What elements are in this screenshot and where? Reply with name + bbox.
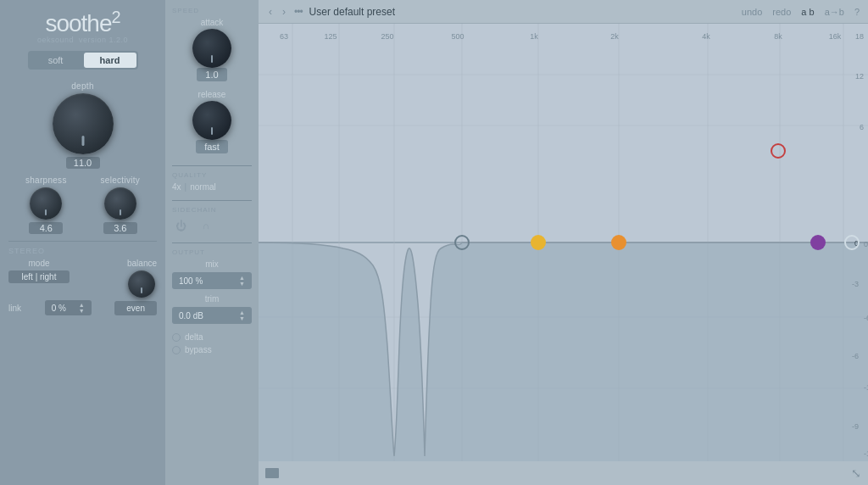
selectivity-section: selectivity 3.6 [100,176,140,234]
release-knob[interactable] [192,101,231,140]
svg-text:63: 63 [280,32,288,41]
svg-text:4k: 4k [702,32,710,41]
eq-svg: 63 125 250 500 1k 2k 4k 8k 16k 18 12 6 0… [259,24,868,461]
svg-text:500: 500 [451,32,464,41]
quality-mode[interactable]: normal [190,182,216,192]
app-name: soothe [45,10,111,36]
eq-bottom-bar: ⤡ [259,461,868,485]
svg-text:-9: -9 [852,422,859,431]
svg-point-40 [845,236,859,249]
svg-point-36 [531,235,546,250]
svg-text:-18: -18 [864,449,868,458]
atob-button[interactable]: a→b [825,7,844,17]
stereo-section: STEREO mode left | right balance link 0 … [8,241,157,315]
mix-label: mix [172,259,252,269]
nav-next-button[interactable]: › [281,6,287,18]
balance-col: balance [127,259,157,298]
stereo-controls-row: mode left | right balance [8,259,157,298]
divider-1 [172,165,252,166]
trim-spinner[interactable]: ▲ ▼ [239,309,245,321]
output-section-label: OUTPUT [172,248,252,256]
mode-select[interactable]: left | right [8,270,70,283]
release-section: release fast [172,90,252,157]
balance-knob[interactable] [128,270,155,298]
eq-header: ‹ › ••• User default preset undo redo a … [259,0,868,24]
attack-knob[interactable] [192,29,231,68]
svg-text:6: 6 [860,123,864,131]
nav-prev-button[interactable]: ‹ [267,6,274,18]
eq-canvas[interactable]: 63 125 250 500 1k 2k 4k 8k 16k 18 12 6 0… [259,24,868,461]
svg-point-35 [455,236,469,249]
svg-point-37 [611,235,626,250]
left-panel: soothe2 oeksound version 1.2.0 soft hard… [0,0,165,485]
quality-value[interactable]: 4x [172,182,181,192]
svg-text:8k: 8k [774,32,782,41]
soft-button[interactable]: soft [30,53,82,68]
preset-name: User default preset [309,6,735,18]
trim-value[interactable]: 0.0 dB ▲ ▼ [172,307,252,324]
sharpness-section: sharpness 4.6 [25,176,67,234]
link-value[interactable]: 0 % ▲ ▼ [45,300,92,315]
attack-value[interactable]: 1.0 [197,68,226,81]
svg-text:-6: -6 [852,352,859,360]
svg-point-39 [810,235,826,250]
bypass-row[interactable]: bypass [172,345,252,354]
svg-text:-3: -3 [852,280,859,288]
quality-sep: | [185,182,187,192]
even-button[interactable]: even [114,301,157,315]
svg-point-38 [771,144,785,158]
header-actions: undo redo a b a→b ? [742,7,860,17]
redo-button[interactable]: redo [772,7,791,17]
selectivity-value[interactable]: 3.6 [103,222,137,234]
svg-text:2k: 2k [610,32,619,41]
balance-col-label: balance [127,259,157,268]
brand-version: oeksound version 1.2.0 [8,36,157,44]
sharpness-knob[interactable] [30,187,62,220]
dots-menu-button[interactable]: ••• [294,6,303,18]
resize-icon[interactable]: ⤡ [851,466,861,480]
svg-text:12: 12 [855,72,864,81]
view-toggle-button[interactable] [265,468,279,478]
eq-panel: ‹ › ••• User default preset undo redo a … [259,0,868,485]
speed-section-label: SPEED [172,7,252,14]
ab-button[interactable]: a b [801,7,814,17]
quality-row: 4x | normal [172,182,252,192]
depth-section: depth 11.0 [8,81,157,169]
svg-text:250: 250 [381,32,393,41]
selectivity-knob[interactable] [104,187,136,220]
depth-knob[interactable] [53,93,114,154]
svg-text:0: 0 [864,240,868,248]
release-value[interactable]: fast [196,140,228,153]
help-button[interactable]: ? [854,7,860,17]
stereo-section-label: STEREO [8,247,157,255]
logo-area: soothe2 oeksound version 1.2.0 [8,8,157,44]
mode-buttons: soft hard [28,51,138,70]
sharpness-value[interactable]: 4.6 [29,222,63,234]
delta-row[interactable]: delta [172,332,252,342]
svg-text:-6: -6 [864,314,868,322]
delta-radio[interactable] [172,333,181,342]
sidechain-headphones-icon[interactable]: ∩ [198,217,214,234]
svg-text:125: 125 [324,32,337,41]
link-spinner[interactable]: ▲ ▼ [79,302,85,314]
attack-label: attack [201,18,224,27]
hard-button[interactable]: hard [84,53,136,68]
mode-col: mode left | right [8,259,70,283]
attack-section: attack 1.0 [172,18,252,85]
quality-section-label: QUALITY [172,171,252,179]
app-logo: soothe2 [8,8,157,36]
svg-text:18: 18 [855,32,864,41]
selectivity-label: selectivity [100,176,140,185]
mix-field: mix 100 % ▲ ▼ [172,259,252,289]
svg-text:-12: -12 [864,383,868,392]
link-row: link 0 % ▲ ▼ even [8,300,157,315]
sidechain-power-icon[interactable]: ⏻ [172,217,189,234]
delta-label: delta [185,332,203,342]
depth-value[interactable]: 11.0 [66,157,100,169]
mix-value[interactable]: 100 % ▲ ▼ [172,272,252,289]
bypass-radio[interactable] [172,346,181,354]
bypass-label: bypass [185,345,212,354]
mix-spinner[interactable]: ▲ ▼ [239,275,245,287]
undo-button[interactable]: undo [742,7,762,17]
sidechain-controls: ⏻ ∩ [172,217,252,234]
